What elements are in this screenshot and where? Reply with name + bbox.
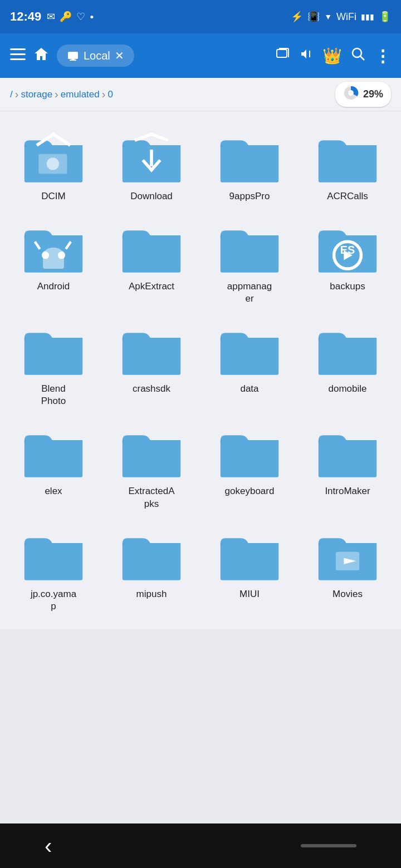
folder-label-7: backups: [330, 280, 365, 293]
breadcrumb: / › storage › emulated › 0: [10, 88, 335, 101]
svg-point-11: [348, 90, 354, 96]
folder-item-13[interactable]: ExtractedApks: [102, 415, 200, 517]
local-tab[interactable]: Local ✕: [57, 45, 134, 67]
dot-icon: ●: [90, 13, 94, 21]
app-bar: Local ✕ 👑 ⋮: [0, 33, 401, 78]
folder-item-15[interactable]: IntroMaker: [299, 415, 397, 517]
svg-line-9: [360, 56, 364, 60]
folder-label-1: Download: [130, 190, 173, 203]
folder-item-17[interactable]: mipush: [102, 518, 200, 620]
folder-icon-1: [118, 128, 185, 186]
sound-button[interactable]: [299, 47, 314, 65]
bottom-nav: ‹: [0, 823, 401, 868]
folder-label-5: ApkExtract: [129, 280, 174, 293]
folder-icon-8: [20, 320, 87, 378]
storage-chart-icon: [343, 85, 359, 103]
breadcrumb-storage[interactable]: storage: [21, 89, 52, 100]
folder-item-5[interactable]: ApkExtract: [102, 210, 200, 313]
folder-label-6: appmanager: [227, 280, 272, 305]
folder-label-11: domobile: [329, 383, 367, 395]
tabs-button[interactable]: [276, 47, 290, 65]
svg-rect-6: [277, 50, 287, 57]
breadcrumb-sep-2: ›: [55, 88, 58, 101]
key-icon: 🔑: [60, 11, 72, 23]
folder-label-12: elex: [45, 485, 62, 497]
folder-item-0[interactable]: DCIM: [4, 120, 102, 210]
folder-label-3: ACRCalls: [327, 190, 368, 203]
status-bar: 12:49 ✉ 🔑 ♡ ● ⚡ 📳 ▼ WiFi ▮▮▮ 🔋: [0, 0, 401, 33]
home-pill: [301, 844, 356, 847]
vibrate-icon: 📳: [307, 11, 320, 23]
svg-rect-3: [68, 52, 78, 59]
folder-item-16[interactable]: jp.co.yamap: [4, 518, 102, 620]
folder-icon-18: [216, 526, 283, 584]
battery-icon: 🔋: [379, 11, 391, 23]
breadcrumb-folder[interactable]: 0: [107, 89, 113, 100]
folder-item-3[interactable]: ACRCalls: [299, 120, 397, 210]
menu-button[interactable]: [10, 47, 26, 65]
breadcrumb-emulated[interactable]: emulated: [61, 89, 100, 100]
more-button[interactable]: ⋮: [374, 46, 391, 66]
folder-item-11[interactable]: domobile: [299, 313, 397, 415]
folder-item-12[interactable]: elex: [4, 415, 102, 517]
folder-icon-10: [216, 320, 283, 378]
folder-label-14: gokeyboard: [225, 485, 275, 497]
folder-icon-12: [20, 423, 87, 481]
svg-rect-1: [10, 53, 26, 55]
folder-item-18[interactable]: MIUI: [200, 518, 299, 620]
folder-icon-15: [314, 423, 381, 481]
folder-item-7[interactable]: ES backups: [299, 210, 397, 313]
folder-item-1[interactable]: Download: [102, 120, 200, 210]
folder-label-9: crashsdk: [133, 383, 170, 395]
breadcrumb-sep-3: ›: [102, 88, 106, 101]
search-button[interactable]: [351, 47, 365, 65]
folder-icon-11: [314, 320, 381, 378]
bluetooth-icon: ⚡: [291, 11, 303, 23]
folder-icon-0: [20, 128, 87, 186]
breadcrumb-bar: / › storage › emulated › 0 29%: [0, 78, 401, 111]
gmail-icon: ✉: [47, 11, 55, 23]
svg-rect-0: [10, 48, 26, 50]
status-icons-left: ✉ 🔑 ♡ ●: [47, 11, 94, 23]
folder-item-9[interactable]: crashsdk: [102, 313, 200, 415]
folder-label-13: ExtractedApks: [128, 485, 174, 510]
location-icon: ▼: [324, 12, 332, 21]
back-button[interactable]: ‹: [45, 834, 52, 859]
folder-label-15: IntroMaker: [325, 485, 370, 497]
folder-icon-4: [20, 218, 87, 276]
folder-icon-13: [118, 423, 185, 481]
folder-label-2: 9appsPro: [229, 190, 270, 203]
folder-item-8[interactable]: BlendPhoto: [4, 313, 102, 415]
svg-rect-5: [70, 60, 76, 61]
tab-close-button[interactable]: ✕: [115, 49, 124, 62]
folder-label-18: MIUI: [239, 588, 260, 600]
folder-icon-7: ES: [314, 218, 381, 276]
wifi-icon: WiFi: [336, 11, 356, 23]
storage-indicator: 29%: [335, 82, 391, 107]
folder-label-16: jp.co.yamap: [31, 588, 76, 613]
status-time: 12:49: [10, 9, 41, 24]
folder-icon-6: [216, 218, 283, 276]
folder-label-19: Movies: [332, 588, 363, 600]
app-bar-actions: 👑 ⋮: [276, 46, 391, 66]
breadcrumb-root[interactable]: /: [10, 89, 13, 100]
folder-item-2[interactable]: 9appsPro: [200, 120, 299, 210]
folder-icon-5: [118, 218, 185, 276]
folder-item-6[interactable]: appmanager: [200, 210, 299, 313]
folder-item-4[interactable]: Android: [4, 210, 102, 313]
home-button[interactable]: [33, 46, 49, 66]
folder-icon-3: [314, 128, 381, 186]
breadcrumb-sep-1: ›: [15, 88, 19, 101]
folder-item-10[interactable]: data: [200, 313, 299, 415]
tab-label: Local: [84, 50, 110, 62]
folder-label-10: data: [240, 383, 258, 395]
folder-item-19[interactable]: Movies: [299, 518, 397, 620]
folder-icon-19: [314, 526, 381, 584]
crown-icon: 👑: [322, 47, 342, 65]
svg-point-8: [353, 48, 361, 57]
folder-item-14[interactable]: gokeyboard: [200, 415, 299, 517]
svg-point-13: [47, 157, 59, 170]
signal-icon: ▮▮▮: [361, 12, 374, 21]
storage-percent: 29%: [363, 88, 383, 100]
folder-label-0: DCIM: [41, 190, 65, 203]
